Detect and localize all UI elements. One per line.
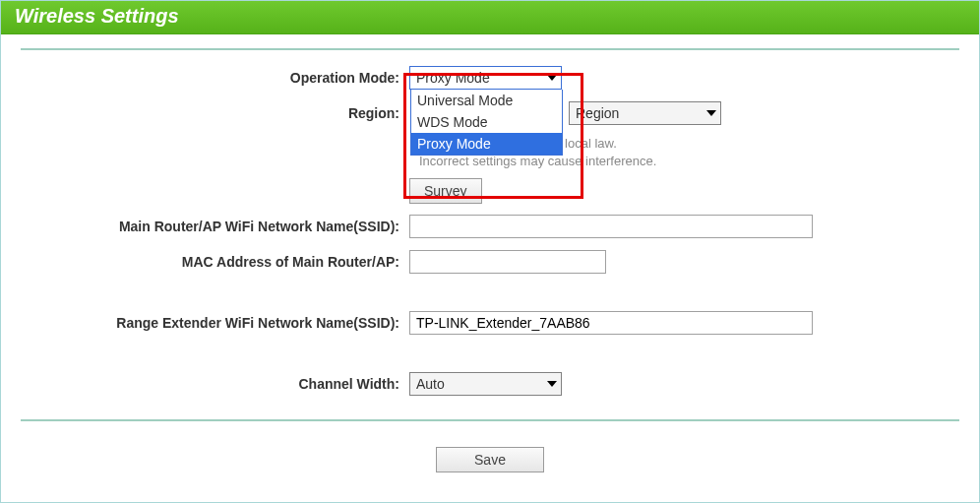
region-select[interactable]: Region <box>569 101 721 125</box>
operation-mode-select[interactable]: Proxy Mode Universal Mode WDS Mode Proxy… <box>409 66 562 90</box>
chevron-down-icon <box>547 381 557 387</box>
operation-mode-selected: Proxy Mode <box>416 70 490 86</box>
label-extender-ssid: Range Extender WiFi Network Name(SSID): <box>21 315 409 331</box>
row-main-mac: MAC Address of Main Router/AP: <box>21 248 959 276</box>
operation-mode-option-wds[interactable]: WDS Mode <box>411 111 562 133</box>
page-title: Wireless Settings <box>15 5 179 27</box>
row-extender-ssid: Range Extender WiFi Network Name(SSID): <box>21 309 959 337</box>
chevron-down-icon <box>706 110 716 116</box>
row-operation-mode: Operation Mode: Proxy Mode Universal Mod… <box>21 64 959 92</box>
label-operation-mode: Operation Mode: <box>21 70 409 86</box>
label-main-ssid: Main Router/AP WiFi Network Name(SSID): <box>21 219 409 234</box>
label-region: Region: <box>21 105 409 121</box>
label-channel-width: Channel Width: <box>21 376 409 392</box>
survey-button-label: Survey <box>424 183 467 199</box>
save-button[interactable]: Save <box>436 447 544 472</box>
operation-mode-option-universal[interactable]: Universal Mode <box>411 90 562 111</box>
chevron-down-icon <box>547 75 557 81</box>
survey-button[interactable]: Survey <box>409 178 482 204</box>
save-button-label: Save <box>474 452 506 468</box>
page-header: Wireless Settings <box>1 1 979 34</box>
row-survey: Survey <box>21 177 959 205</box>
row-save: Save <box>21 435 959 484</box>
channel-width-select[interactable]: Auto <box>409 372 562 396</box>
main-ssid-input[interactable] <box>409 215 813 238</box>
label-main-mac: MAC Address of Main Router/AP: <box>21 254 409 270</box>
row-channel-width: Channel Width: Auto <box>21 370 959 398</box>
bottom-divider <box>21 419 959 421</box>
region-selected: Region <box>576 105 619 121</box>
top-divider <box>21 48 959 50</box>
operation-mode-dropdown: Universal Mode WDS Mode Proxy Mode <box>410 90 563 156</box>
operation-mode-option-proxy[interactable]: Proxy Mode <box>411 133 562 155</box>
channel-width-selected: Auto <box>416 376 445 392</box>
row-main-ssid: Main Router/AP WiFi Network Name(SSID): <box>21 213 959 240</box>
main-mac-input[interactable] <box>409 250 606 274</box>
extender-ssid-input[interactable] <box>409 311 813 335</box>
